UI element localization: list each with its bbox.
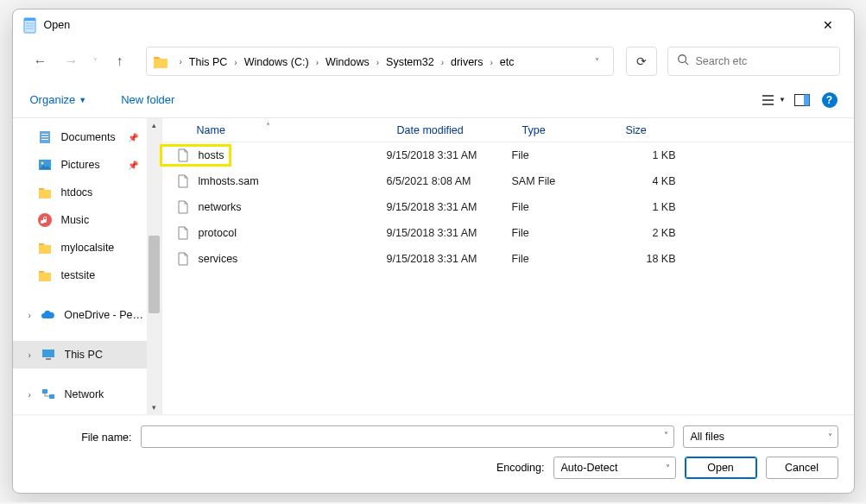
file-row[interactable]: protocol9/15/2018 3:31 AMFile2 KB	[162, 220, 854, 246]
titlebar: Open ✕	[13, 9, 854, 41]
forward-button[interactable]: →	[58, 47, 85, 75]
svg-point-17	[41, 162, 43, 165]
sidebar-list: Documents📌Pictures📌htdocsMusicmylocalsit…	[13, 118, 147, 414]
column-name[interactable]: ˄Name	[162, 124, 387, 136]
chevron-right-icon[interactable]: ›	[311, 58, 324, 67]
recent-chevron-icon[interactable]: ˅	[89, 47, 103, 75]
close-button[interactable]: ✕	[809, 13, 847, 37]
filename-input[interactable]: ˅	[141, 425, 674, 448]
column-headers: ˄Name Date modified Type Size	[162, 118, 854, 142]
chevron-right-icon[interactable]: ›	[174, 57, 187, 66]
search-input[interactable]	[696, 55, 831, 67]
nav-row: ← → ˅ ↑ › This PC›Windows (C:)›Windows›S…	[13, 41, 854, 82]
svg-rect-13	[41, 134, 48, 135]
sidebar-item[interactable]: htdocs	[13, 179, 147, 206]
scroll-thumb[interactable]	[149, 236, 160, 313]
help-button[interactable]: ?	[818, 88, 842, 112]
chevron-right-icon[interactable]: ›	[28, 350, 41, 360]
svg-rect-14	[41, 136, 48, 137]
pin-icon: 📌	[128, 133, 138, 142]
sidebar-item[interactable]: Music	[13, 206, 147, 234]
sidebar-item-onedrive[interactable]: ›OneDrive - Perso	[13, 301, 147, 329]
breadcrumb-item[interactable]: This PC	[187, 56, 229, 68]
back-button[interactable]: ←	[27, 47, 54, 75]
sidebar-item[interactable]: Pictures📌	[13, 151, 147, 179]
chevron-down-icon: ▼	[79, 96, 86, 104]
bottom-panel: File name: ˅ All files˅ Encoding: Auto-D…	[13, 414, 854, 493]
dialog-title: Open	[44, 19, 71, 31]
open-button[interactable]: Open	[685, 457, 757, 479]
chevron-right-icon[interactable]: ›	[485, 58, 498, 67]
chevron-down-icon: ˅	[828, 432, 832, 442]
scroll-up-icon[interactable]: ▴	[147, 118, 161, 132]
folder-icon	[152, 53, 169, 70]
breadcrumbs: This PC›Windows (C:)›Windows›System32›dr…	[187, 54, 516, 69]
cancel-button[interactable]: Cancel	[766, 457, 838, 479]
file-row[interactable]: networks9/15/2018 3:31 AMFile1 KB	[162, 194, 854, 220]
pin-icon: 📌	[128, 161, 138, 170]
search-icon	[677, 54, 689, 69]
address-dropdown-icon[interactable]: ˅	[587, 57, 608, 66]
filename-label: File name:	[81, 432, 131, 444]
column-type[interactable]: Type	[512, 124, 616, 136]
filter-select[interactable]: All files˅	[683, 425, 838, 448]
sidebar-item[interactable]: Documents📌	[13, 123, 147, 151]
chevron-right-icon[interactable]: ›	[436, 58, 449, 67]
close-icon: ✕	[823, 18, 833, 32]
chevron-right-icon[interactable]: ›	[229, 58, 242, 67]
notepad-icon	[22, 16, 37, 34]
encoding-label: Encoding:	[496, 462, 545, 474]
breadcrumb-item[interactable]: drivers	[449, 56, 485, 68]
chevron-down-icon: ˅	[666, 463, 670, 473]
address-bar[interactable]: › This PC›Windows (C:)›Windows›System32›…	[146, 47, 614, 76]
sidebar-item-network[interactable]: ›Network	[13, 381, 147, 408]
file-row[interactable]: lmhosts.sam6/5/2021 8:08 AMSAM File4 KB	[162, 168, 854, 194]
breadcrumb-item[interactable]: etc	[498, 56, 516, 68]
chevron-right-icon[interactable]: ›	[28, 390, 41, 400]
view-list-button[interactable]: ▼	[762, 88, 787, 112]
sidebar-item-thispc[interactable]: ›This PC	[13, 341, 147, 369]
toolbar: Organize▼ New folder ▼ ?	[13, 82, 854, 118]
svg-rect-21	[42, 389, 47, 394]
file-row[interactable]: hosts9/15/2018 3:31 AMFile1 KB	[162, 142, 854, 168]
svg-rect-20	[46, 358, 51, 360]
search-box[interactable]	[667, 47, 840, 76]
column-size[interactable]: Size	[616, 124, 685, 136]
encoding-select[interactable]: Auto-Detect˅	[553, 457, 676, 479]
svg-point-5	[678, 55, 686, 63]
chevron-right-icon[interactable]: ›	[28, 311, 41, 320]
refresh-button[interactable]: ⟳	[626, 47, 657, 76]
sort-asc-icon: ˄	[266, 122, 270, 131]
chevron-right-icon[interactable]: ›	[371, 58, 384, 67]
column-date[interactable]: Date modified	[387, 124, 512, 136]
sidebar-item[interactable]: testsite	[13, 261, 147, 289]
breadcrumb-item[interactable]: System32	[384, 56, 436, 68]
new-folder-button[interactable]: New folder	[116, 90, 180, 110]
preview-pane-button[interactable]	[790, 88, 814, 112]
organize-menu[interactable]: Organize▼	[25, 90, 92, 110]
file-list: hosts9/15/2018 3:31 AMFile1 KBlmhosts.sa…	[162, 142, 854, 272]
svg-rect-11	[804, 94, 810, 105]
up-button[interactable]: ↑	[106, 47, 134, 75]
file-row[interactable]: services9/15/2018 3:31 AMFile18 KB	[162, 246, 854, 272]
svg-rect-1	[24, 18, 35, 21]
svg-rect-22	[49, 394, 54, 399]
svg-rect-19	[42, 350, 54, 357]
breadcrumb-item[interactable]: Windows (C:)	[243, 56, 311, 68]
file-pane: ˄Name Date modified Type Size hosts9/15/…	[162, 118, 854, 414]
dialog-body: Documents📌Pictures📌htdocsMusicmylocalsit…	[13, 118, 854, 414]
scroll-down-icon[interactable]: ▾	[147, 400, 161, 414]
svg-line-6	[685, 62, 688, 66]
sidebar-scrollbar[interactable]: ▴ ▾	[147, 118, 161, 414]
chevron-down-icon[interactable]: ˅	[664, 431, 668, 440]
sidebar-item[interactable]: mylocalsite	[13, 234, 147, 261]
sidebar: Documents📌Pictures📌htdocsMusicmylocalsit…	[13, 118, 162, 414]
breadcrumb-item[interactable]: Windows	[324, 56, 371, 68]
open-dialog: Open ✕ ← → ˅ ↑ › This PC›Windows (C:)›Wi…	[12, 9, 855, 494]
svg-rect-15	[41, 139, 48, 140]
